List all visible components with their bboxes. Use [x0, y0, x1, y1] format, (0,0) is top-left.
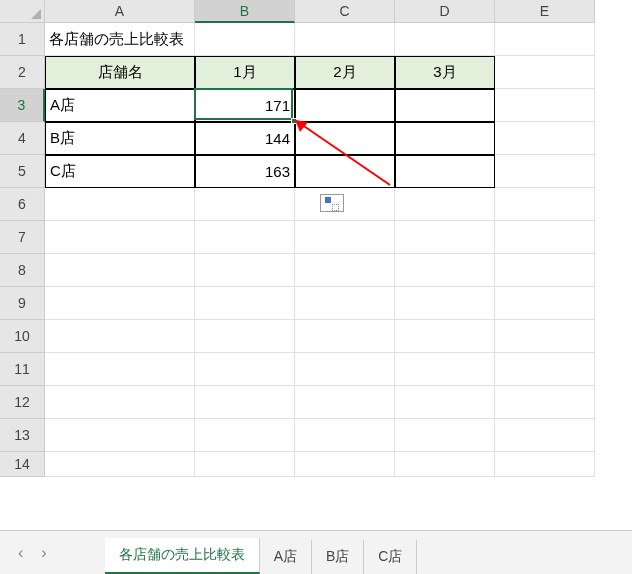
cell-D7[interactable] [395, 221, 495, 254]
cell-E1[interactable] [495, 23, 595, 56]
cell-E3[interactable] [495, 89, 595, 122]
cell-D11[interactable] [395, 353, 495, 386]
cell-E2[interactable] [495, 56, 595, 89]
tab-next-button[interactable]: › [41, 544, 46, 562]
cell-C2[interactable]: 2月 [295, 56, 395, 89]
row-header-9[interactable]: 9 [0, 287, 45, 320]
cell-B9[interactable] [195, 287, 295, 320]
row-header-6[interactable]: 6 [0, 188, 45, 221]
cell-D3[interactable] [395, 89, 495, 122]
cell-E5[interactable] [495, 155, 595, 188]
cell-C10[interactable] [295, 320, 395, 353]
cell-D8[interactable] [395, 254, 495, 287]
cell-D4[interactable] [395, 122, 495, 155]
row-header-1[interactable]: 1 [0, 23, 45, 56]
autofill-options-button[interactable] [320, 194, 344, 212]
cell-B7[interactable] [195, 221, 295, 254]
cell-B14[interactable] [195, 452, 295, 477]
cell-C4[interactable] [295, 122, 395, 155]
cell-D1[interactable] [395, 23, 495, 56]
cell-E7[interactable] [495, 221, 595, 254]
cell-A13[interactable] [45, 419, 195, 452]
cell-B6[interactable] [195, 188, 295, 221]
cell-C3[interactable] [295, 89, 395, 122]
cell-C11[interactable] [295, 353, 395, 386]
fill-handle[interactable] [291, 118, 297, 124]
cell-C1[interactable] [295, 23, 395, 56]
cell-E14[interactable] [495, 452, 595, 477]
sheet-tab-A店[interactable]: A店 [260, 540, 312, 574]
cell-A8[interactable] [45, 254, 195, 287]
cell-B3[interactable]: 171 [195, 89, 295, 122]
cell-A4[interactable]: B店 [45, 122, 195, 155]
cell-E9[interactable] [495, 287, 595, 320]
cell-C9[interactable] [295, 287, 395, 320]
cell-B4[interactable]: 144 [195, 122, 295, 155]
row-header-2[interactable]: 2 [0, 56, 45, 89]
sheet-tab-C店[interactable]: C店 [364, 540, 417, 574]
col-header-E[interactable]: E [495, 0, 595, 23]
cell-E11[interactable] [495, 353, 595, 386]
cell-E13[interactable] [495, 419, 595, 452]
spreadsheet-grid[interactable]: ABCDE 1234567891011121314 各店舗の売上比較表店舗名1月… [0, 0, 632, 530]
row-header-11[interactable]: 11 [0, 353, 45, 386]
col-header-B[interactable]: B [195, 0, 295, 23]
cell-B2[interactable]: 1月 [195, 56, 295, 89]
cell-C5[interactable] [295, 155, 395, 188]
cell-C7[interactable] [295, 221, 395, 254]
cell-B8[interactable] [195, 254, 295, 287]
cell-C12[interactable] [295, 386, 395, 419]
cell-B11[interactable] [195, 353, 295, 386]
cell-D2[interactable]: 3月 [395, 56, 495, 89]
cell-A7[interactable] [45, 221, 195, 254]
row-header-13[interactable]: 13 [0, 419, 45, 452]
sheet-tab-B店[interactable]: B店 [312, 540, 364, 574]
cell-A6[interactable] [45, 188, 195, 221]
col-header-C[interactable]: C [295, 0, 395, 23]
tab-prev-button[interactable]: ‹ [18, 544, 23, 562]
cell-D9[interactable] [395, 287, 495, 320]
cell-B1[interactable] [195, 23, 295, 56]
row-header-14[interactable]: 14 [0, 452, 45, 477]
cell-D10[interactable] [395, 320, 495, 353]
cell-E6[interactable] [495, 188, 595, 221]
cell-C6[interactable] [295, 188, 395, 221]
cell-E12[interactable] [495, 386, 595, 419]
cell-C8[interactable] [295, 254, 395, 287]
cell-B12[interactable] [195, 386, 295, 419]
cell-A9[interactable] [45, 287, 195, 320]
cell-A5[interactable]: C店 [45, 155, 195, 188]
row-header-3[interactable]: 3 [0, 89, 45, 122]
cell-A14[interactable] [45, 452, 195, 477]
cell-B10[interactable] [195, 320, 295, 353]
select-all-corner[interactable] [0, 0, 45, 23]
cell-A2[interactable]: 店舗名 [45, 56, 195, 89]
cell-C13[interactable] [295, 419, 395, 452]
cell-A10[interactable] [45, 320, 195, 353]
cell-D6[interactable] [395, 188, 495, 221]
row-header-5[interactable]: 5 [0, 155, 45, 188]
col-header-D[interactable]: D [395, 0, 495, 23]
row-header-4[interactable]: 4 [0, 122, 45, 155]
cell-A12[interactable] [45, 386, 195, 419]
cell-B5[interactable]: 163 [195, 155, 295, 188]
cell-A3[interactable]: A店 [45, 89, 195, 122]
row-header-8[interactable]: 8 [0, 254, 45, 287]
cell-E8[interactable] [495, 254, 595, 287]
row-header-7[interactable]: 7 [0, 221, 45, 254]
row-header-10[interactable]: 10 [0, 320, 45, 353]
row-header-12[interactable]: 12 [0, 386, 45, 419]
tab-nav: ‹ › [0, 544, 65, 562]
cell-B13[interactable] [195, 419, 295, 452]
cell-A1[interactable]: 各店舗の売上比較表 [45, 23, 195, 56]
cell-D14[interactable] [395, 452, 495, 477]
col-header-A[interactable]: A [45, 0, 195, 23]
cell-E4[interactable] [495, 122, 595, 155]
cell-A11[interactable] [45, 353, 195, 386]
cell-C14[interactable] [295, 452, 395, 477]
sheet-tab-active[interactable]: 各店舗の売上比較表 [105, 538, 260, 574]
cell-E10[interactable] [495, 320, 595, 353]
cell-D12[interactable] [395, 386, 495, 419]
cell-D5[interactable] [395, 155, 495, 188]
cell-D13[interactable] [395, 419, 495, 452]
